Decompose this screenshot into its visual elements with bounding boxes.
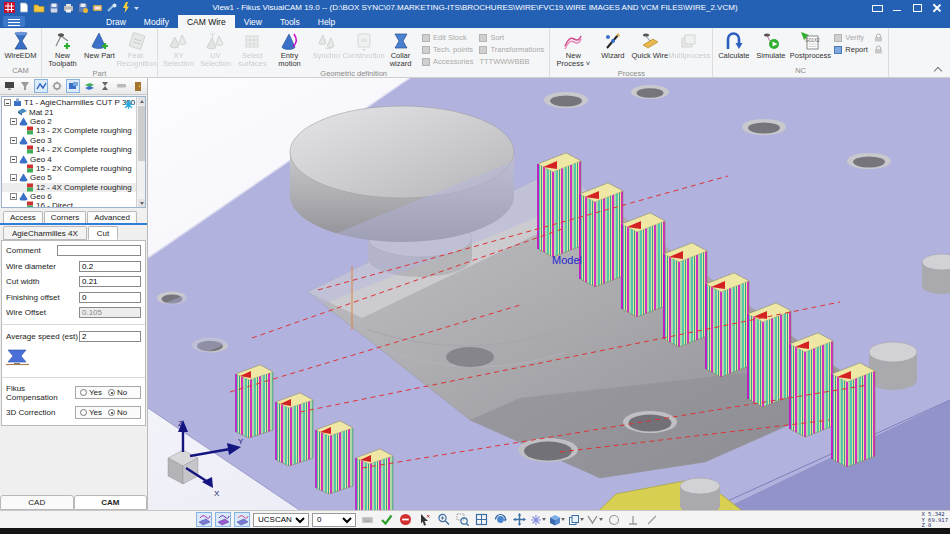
tab-cam[interactable]: CAM (74, 495, 148, 510)
plot-icon[interactable] (92, 3, 103, 13)
minimize-button[interactable] (892, 3, 902, 12)
screen-view-icon[interactable] (2, 79, 16, 93)
new-toolpath-button[interactable]: New Toolpath (44, 29, 81, 68)
view-plane-sync-icon[interactable] (234, 512, 250, 527)
wire-edm-button[interactable]: WireEDM (2, 29, 39, 65)
uv-selection-button[interactable]: UV Selection (197, 29, 234, 68)
favorite-star-icon[interactable] (124, 100, 133, 109)
pan-icon[interactable] (511, 512, 527, 527)
ribbon-collapse-chevron[interactable] (934, 67, 942, 73)
wizard-button[interactable]: Wizard (594, 29, 631, 68)
postprocess-button[interactable]: G01X2 Postprocess (789, 29, 831, 65)
comment-field[interactable] (57, 245, 141, 256)
tab-cut[interactable]: Cut (88, 226, 118, 240)
confirm-check-icon[interactable] (378, 512, 394, 527)
new-process-button[interactable]: New Process ˅ (552, 29, 594, 68)
synchro-button[interactable]: Synchro (308, 29, 345, 68)
expander-icon[interactable] (10, 193, 17, 200)
tab-advanced[interactable]: Advanced (87, 211, 137, 223)
report-button[interactable]: Report (834, 45, 868, 54)
feat-recognition-button[interactable]: Feat. Recognition (118, 29, 155, 68)
filter-icon[interactable] (18, 79, 32, 93)
edit-stock-button[interactable]: Edit Stock (422, 33, 473, 42)
tree-item-mat[interactable]: Mat 21 (2, 107, 136, 116)
construction-button[interactable]: Construction (345, 29, 382, 68)
ucs-select[interactable]: UCSCAN (253, 513, 309, 527)
viewport-3d[interactable]: Model Z Y X (148, 78, 950, 510)
lightning-icon[interactable] (122, 2, 130, 13)
layers-icon[interactable] (82, 79, 96, 93)
sort-button[interactable]: Sort (479, 33, 544, 42)
orbit-icon[interactable] (492, 512, 508, 527)
simulate-button[interactable]: Simulate (752, 29, 789, 65)
fikus-compensation-yes[interactable]: Yes (80, 388, 102, 397)
scroll-down-icon[interactable] (138, 199, 145, 207)
tree-item-geo[interactable]: Geo 2 (2, 117, 136, 126)
screen-icon[interactable] (872, 3, 882, 12)
close-button[interactable] (932, 3, 942, 12)
collar-wizard-button[interactable]: Collar wizard (382, 29, 419, 68)
axis-views-dropdown[interactable] (530, 512, 546, 527)
perpendicular-snap-icon[interactable] (625, 512, 641, 527)
qat-overflow-icon[interactable] (134, 4, 140, 12)
display-mode-dropdown[interactable] (587, 512, 603, 527)
tab-draw[interactable]: Draw (97, 15, 135, 28)
maximize-button[interactable] (912, 3, 922, 12)
tab-machine[interactable]: AgieCharmilles 4X (3, 226, 87, 240)
tab-tools[interactable]: Tools (271, 15, 309, 28)
scroll-thumb[interactable] (138, 106, 145, 161)
tree-item-toolpath[interactable]: 16 - Direct (2, 201, 136, 208)
tttwwwbbb-button[interactable]: TTTWWWBBB (479, 57, 544, 66)
accessories-button[interactable]: Accessories (422, 57, 473, 66)
tab-access[interactable]: Access (3, 211, 43, 223)
erase-icon[interactable] (114, 79, 128, 93)
tree-item-toolpath[interactable]: 15 - 2X Complete roughing (2, 164, 136, 173)
xy-selection-button[interactable]: XY Selection (160, 29, 197, 68)
tab-cam-wire[interactable]: CAM Wire (178, 15, 235, 28)
select-cursor-icon[interactable] (416, 512, 432, 527)
tree-item-geo[interactable]: Geo 6 (2, 192, 136, 201)
tree-scrollbar[interactable] (136, 97, 145, 207)
select-surfaces-button[interactable]: Select surfaces (234, 29, 271, 68)
view-plane-xy-icon[interactable] (196, 512, 212, 527)
zoom-fit-icon[interactable] (473, 512, 489, 527)
level-select[interactable]: 0 (312, 513, 356, 527)
tree-item-geo[interactable]: Geo 5 (2, 173, 136, 182)
tech-points-button[interactable]: Tech. points (422, 45, 473, 54)
tab-view[interactable]: View (235, 15, 271, 28)
tree-item-geo[interactable]: Geo 4 (2, 154, 136, 163)
expander-icon[interactable] (10, 174, 17, 181)
wire-path-icon[interactable] (34, 79, 48, 93)
save-all-icon[interactable] (78, 3, 88, 13)
keyboard-icon[interactable] (359, 512, 375, 527)
zoom-in-icon[interactable] (435, 512, 451, 527)
multiprocess-button[interactable]: Multiprocess (668, 29, 710, 68)
wire-diameter-field[interactable] (79, 261, 141, 272)
iso-view-cube-dropdown[interactable] (549, 512, 565, 527)
expander-icon[interactable] (4, 99, 11, 106)
tree-item-toolpath[interactable]: 14 - 2X Complete roughing (2, 145, 136, 154)
zoom-window-icon[interactable] (454, 512, 470, 527)
cancel-icon[interactable] (397, 512, 413, 527)
quick-wire-button[interactable]: Quick Wire (631, 29, 668, 68)
part-box-icon[interactable] (66, 79, 80, 93)
average-speed-field[interactable] (79, 331, 141, 342)
calculate-button[interactable]: Calculate (715, 29, 752, 65)
scroll-up-icon[interactable] (138, 97, 145, 105)
tree-root[interactable]: T1 - AgieCharmilles CUT P 350 (2, 98, 136, 107)
save-icon[interactable] (49, 3, 59, 13)
verify-button[interactable]: Verify (834, 33, 868, 42)
expander-icon[interactable] (10, 156, 17, 163)
3d-correction-no[interactable]: No (108, 408, 127, 417)
expander-icon[interactable] (10, 137, 17, 144)
tab-modify[interactable]: Modify (135, 15, 178, 28)
finishing-offset-field[interactable] (79, 292, 141, 303)
open-file-icon[interactable] (33, 3, 45, 13)
tree-item-geo[interactable]: Geo 3 (2, 136, 136, 145)
tab-cad[interactable]: CAD (0, 495, 74, 510)
new-part-button[interactable]: New Part (81, 29, 118, 68)
hourglass-icon[interactable] (98, 79, 112, 93)
tree-item-toolpath[interactable]: 13 - 2X Complete roughing (2, 126, 136, 135)
gear-icon[interactable] (50, 79, 64, 93)
tree-item-toolpath[interactable]: 12 - 4X Complete roughing (2, 183, 136, 192)
